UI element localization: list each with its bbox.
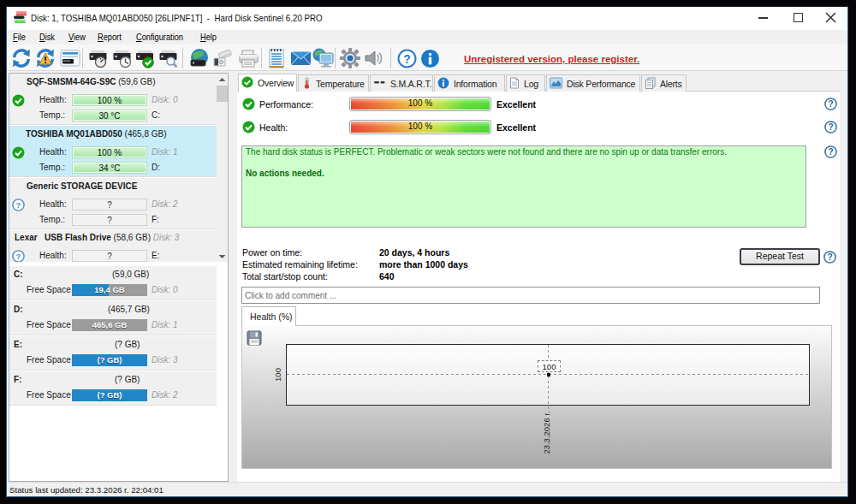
svg-text:?: ?: [828, 99, 833, 109]
svg-text:?: ?: [828, 147, 833, 157]
svg-text:?: ?: [403, 52, 411, 66]
svg-text:?: ?: [827, 252, 832, 262]
svg-text:?: ?: [16, 252, 21, 261]
svg-text:?: ?: [16, 200, 21, 210]
svg-text:?: ?: [828, 122, 833, 132]
